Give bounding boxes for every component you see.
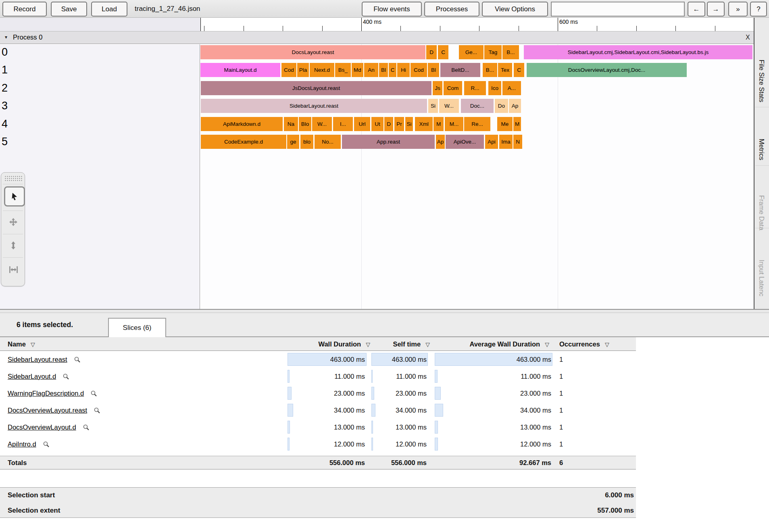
- timeline-slice[interactable]: Ge...: [459, 45, 483, 59]
- timeline-slice[interactable]: W...: [312, 117, 332, 131]
- column-header-wall-duration[interactable]: Wall Duration▽: [266, 337, 370, 351]
- timeline-slice[interactable]: Blo: [299, 117, 311, 131]
- timeline-slice[interactable]: Ap: [436, 135, 445, 149]
- find-next-button[interactable]: →: [707, 2, 725, 17]
- timeline-slice[interactable]: SidebarLayout.cmj,SidebarLayout.cmi,Side…: [524, 45, 752, 59]
- timeline-slice[interactable]: JsDocsLayout.reast: [201, 81, 431, 95]
- timeline-slice[interactable]: Next.d: [310, 63, 334, 77]
- timeline-slice[interactable]: Api: [485, 135, 498, 149]
- timeline-slice[interactable]: B...: [502, 45, 519, 59]
- timeline-slice[interactable]: MainLayout.d: [200, 63, 280, 77]
- timeline-slice[interactable]: Com: [444, 81, 462, 95]
- collapse-caret-icon[interactable]: ▾: [5, 34, 7, 40]
- tab-slices[interactable]: Slices (6): [108, 318, 166, 337]
- timeline-slice[interactable]: DocsOverviewLayout.cmj,Doc...: [527, 63, 687, 77]
- timeline-slice[interactable]: M: [433, 117, 444, 131]
- slice-name-link[interactable]: DocsOverviewLayout.reast: [8, 407, 87, 414]
- timeline-slice[interactable]: No...: [315, 135, 341, 149]
- sidebar-tab-input-latenc[interactable]: Input Latenc: [758, 260, 765, 296]
- slice-name-link[interactable]: WarningFlagDescription.d: [8, 390, 84, 397]
- search-input[interactable]: [551, 2, 685, 17]
- timeline-slice[interactable]: App.reast: [342, 135, 435, 149]
- timeline-slice[interactable]: Pr: [394, 117, 404, 131]
- timeline-slice[interactable]: blo: [300, 135, 313, 149]
- timeline-slice[interactable]: Si: [405, 117, 413, 131]
- timeline-slice[interactable]: B...: [483, 63, 497, 77]
- record-button[interactable]: Record: [2, 2, 47, 17]
- slice-name-link[interactable]: SidebarLayout.d: [8, 373, 56, 380]
- timeline-slice[interactable]: Si: [428, 99, 438, 113]
- timeline-slice[interactable]: ApiMarkdown.d: [201, 117, 283, 131]
- view-options-button[interactable]: View Options: [482, 2, 548, 17]
- timeline-slice[interactable]: C: [389, 63, 396, 77]
- timeline-slice[interactable]: Ap: [509, 99, 521, 113]
- column-header-name[interactable]: Name▽: [8, 337, 35, 351]
- timeline-slice[interactable]: Tag: [484, 45, 502, 59]
- sidebar-tab-frame-data[interactable]: Frame Data: [758, 195, 765, 230]
- timeline-slice[interactable]: D: [426, 45, 437, 59]
- timeline-slice[interactable]: Hi: [397, 63, 410, 77]
- timeline-slice[interactable]: SidebarLayout.reast: [201, 99, 427, 113]
- timeline-slice[interactable]: I...: [333, 117, 353, 131]
- magnifier-icon[interactable]: [43, 441, 50, 448]
- magnifier-icon[interactable]: [90, 390, 97, 397]
- column-header-self-time[interactable]: Self time▽: [371, 337, 430, 351]
- timeline-slice[interactable]: Bs_: [335, 63, 351, 77]
- timeline-slice[interactable]: Pla: [297, 63, 309, 77]
- panel-splitter[interactable]: [0, 309, 769, 313]
- timeline-slice[interactable]: M...: [445, 117, 463, 131]
- timeline-slice[interactable]: Bl: [428, 63, 439, 77]
- timeline-slice[interactable]: Js: [433, 81, 442, 95]
- timeline-slice[interactable]: Url: [354, 117, 370, 131]
- timeline-slice[interactable]: An: [364, 63, 378, 77]
- magnifier-icon[interactable]: [63, 373, 69, 380]
- close-process-button[interactable]: X: [744, 33, 752, 42]
- timeline-slice[interactable]: M: [513, 117, 521, 131]
- timeline-slice[interactable]: C: [514, 63, 524, 77]
- slice-name-link[interactable]: ApiIntro.d: [8, 440, 36, 448]
- help-button[interactable]: ?: [750, 2, 767, 17]
- selection-tool-button[interactable]: [4, 186, 25, 207]
- timeline-slice[interactable]: Ico: [488, 81, 501, 95]
- pan-tool-button[interactable]: [4, 213, 23, 231]
- palette-drag-grip[interactable]: [4, 175, 22, 181]
- column-header-occurrences[interactable]: Occurrences▽: [559, 337, 609, 351]
- timeline-slice[interactable]: ge: [287, 135, 299, 149]
- timeline-slice[interactable]: Bl: [379, 63, 388, 77]
- timeline-slice[interactable]: Md: [352, 63, 363, 77]
- load-button[interactable]: Load: [91, 2, 127, 17]
- sidebar-tab-file-size-stats[interactable]: File Size Stats: [758, 60, 765, 102]
- more-options-button[interactable]: »: [728, 2, 748, 17]
- timeline-slice[interactable]: Cod: [281, 63, 296, 77]
- slice-name-link[interactable]: SidebarLayout.reast: [8, 356, 67, 363]
- timeline-slice[interactable]: Doc...: [461, 99, 494, 113]
- save-button[interactable]: Save: [51, 2, 87, 17]
- magnifier-icon[interactable]: [94, 407, 100, 414]
- timeline-slice[interactable]: DocsLayout.reast: [200, 45, 425, 59]
- timeline-slice[interactable]: Do: [495, 99, 508, 113]
- processes-button[interactable]: Processes: [424, 2, 479, 17]
- timeline-slice[interactable]: D: [384, 117, 393, 131]
- timeline-slice[interactable]: Cod: [411, 63, 427, 77]
- timing-tool-button[interactable]: [4, 261, 23, 278]
- timeline-slice[interactable]: W...: [439, 99, 459, 113]
- timeline-slice[interactable]: N: [513, 135, 522, 149]
- timeline-slice[interactable]: BeltD...: [440, 63, 480, 77]
- flow-events-button[interactable]: Flow events: [362, 2, 422, 17]
- magnifier-icon[interactable]: [74, 356, 81, 363]
- timeline-slice[interactable]: Ut: [371, 117, 383, 131]
- sidebar-tab-metrics[interactable]: Metrics: [758, 139, 765, 160]
- timeline-slice[interactable]: R...: [464, 81, 486, 95]
- timeline-slice[interactable]: Re...: [464, 117, 490, 131]
- slice-name-link[interactable]: DocsOverviewLayout.d: [8, 424, 76, 431]
- timeline-slice[interactable]: Tex: [498, 63, 512, 77]
- timeline-slice[interactable]: C: [438, 45, 448, 59]
- timeline-slice[interactable]: Na: [284, 117, 298, 131]
- find-previous-button[interactable]: ←: [688, 2, 705, 17]
- timeline-slice[interactable]: A...: [502, 81, 521, 95]
- zoom-tool-button[interactable]: [4, 236, 23, 254]
- timeline-slice[interactable]: Xml: [415, 117, 433, 131]
- timeline-slice[interactable]: Ima: [499, 135, 513, 149]
- timeline-slice[interactable]: ApiOve...: [446, 135, 484, 149]
- magnifier-icon[interactable]: [83, 424, 90, 431]
